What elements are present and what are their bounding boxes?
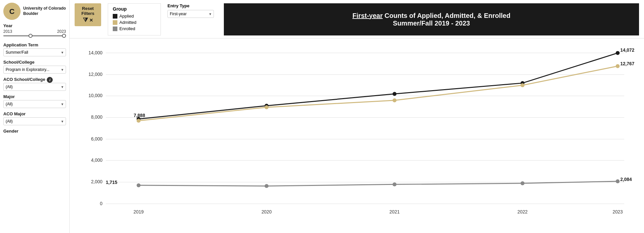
chart-title-line2: Summer/Fall 2019 - 2023: [353, 20, 510, 27]
aco-major-select-wrapper: (All) ▼: [3, 117, 66, 125]
reset-filters-button[interactable]: ResetFilters ⧩ ✕: [75, 3, 101, 26]
aco-school-select-wrapper: (All) ▼: [3, 83, 66, 91]
year-min: 2013: [3, 29, 12, 34]
applied-swatch: [113, 14, 117, 19]
logo-area: C University of Colorado Boulder: [3, 3, 66, 20]
university-name: University of Colorado Boulder: [23, 6, 66, 16]
topbar: ResetFilters ⧩ ✕ Group Applied Admitted: [70, 0, 644, 38]
entry-type-box: Entry Type First-year Transfer ▼: [167, 3, 214, 18]
x-label-2022: 2022: [517, 209, 528, 214]
group-legend: Group Applied Admitted Enrolled: [108, 3, 161, 35]
year-slider-left-thumb[interactable]: [29, 34, 32, 38]
app-term-select-wrapper: Summer/Fall Fall Spring ▼: [3, 48, 66, 56]
admitted-end-label: 12,767: [620, 61, 635, 66]
year-label: Year: [3, 23, 66, 28]
svg-text:8,000: 8,000: [91, 115, 102, 120]
group-admitted-item: Admitted: [113, 20, 156, 25]
applied-end-label: 14,072: [620, 47, 635, 53]
applied-start-label: 7,888: [134, 113, 145, 118]
year-slider-right-thumb[interactable]: [62, 34, 66, 38]
major-select[interactable]: (All): [3, 100, 66, 108]
chart-title-block: First-year Counts of Applied, Admitted, …: [224, 3, 639, 35]
group-admitted-label: Admitted: [119, 20, 136, 25]
gender-label: Gender: [3, 129, 66, 134]
svg-text:10,000: 10,000: [89, 93, 103, 98]
chart-svg: 0 2,000 4,000 6,000 8,000 10,000 12,000 …: [73, 43, 637, 226]
x-label-2019: 2019: [134, 209, 144, 214]
svg-text:12,000: 12,000: [89, 72, 103, 77]
applied-dot-2023: [616, 51, 620, 55]
aco-major-filter: ACO Major (All) ▼: [3, 111, 66, 125]
gender-filter: Gender: [3, 129, 66, 135]
reset-filters-label: ResetFilters: [81, 6, 94, 16]
major-select-wrapper: (All) ▼: [3, 100, 66, 108]
main-content: ResetFilters ⧩ ✕ Group Applied Admitted: [70, 0, 644, 233]
chart-title-rest: Counts of Applied, Admitted, & Enrolled: [383, 12, 510, 19]
svg-text:2,000: 2,000: [91, 179, 102, 184]
x-label-2023: 2023: [612, 209, 623, 214]
school-college-select[interactable]: Program in Exploratory... (All): [3, 66, 66, 74]
chart-body: 0 2,000 4,000 6,000 8,000 10,000 12,000 …: [70, 38, 644, 233]
app-term-filter: Application Term Summer/Fall Fall Spring…: [3, 42, 66, 56]
group-applied-item: Applied: [113, 14, 156, 19]
major-filter: Major (All) ▼: [3, 94, 66, 108]
group-applied-label: Applied: [119, 14, 134, 19]
enrolled-end-label: 2,084: [620, 177, 632, 182]
school-college-filter: School/College Program in Exploratory...…: [3, 60, 66, 74]
group-enrolled-item: Enrolled: [113, 26, 156, 31]
sidebar: C University of Colorado Boulder Year 20…: [0, 0, 70, 233]
aco-school-select[interactable]: (All): [3, 83, 66, 91]
university-logo: C: [3, 3, 21, 20]
applied-dot-2021: [393, 92, 397, 96]
admitted-line: [139, 66, 618, 121]
svg-text:0: 0: [100, 201, 102, 206]
school-college-select-wrapper: Program in Exploratory... (All) ▼: [3, 66, 66, 74]
admitted-swatch: [113, 20, 117, 25]
enrolled-dot-2019: [137, 183, 141, 187]
entry-type-label: Entry Type: [167, 3, 214, 8]
entry-type-select-wrapper: First-year Transfer ▼: [167, 10, 214, 18]
x-label-2020: 2020: [261, 209, 272, 214]
year-max: 2023: [57, 29, 66, 34]
svg-text:C: C: [9, 7, 15, 16]
svg-text:6,000: 6,000: [91, 136, 102, 142]
aco-school-filter: ACO School/College i (All) ▼: [3, 77, 66, 91]
svg-text:4,000: 4,000: [91, 157, 102, 163]
group-enrolled-label: Enrolled: [119, 26, 135, 31]
group-title: Group: [113, 6, 156, 12]
enrolled-dot-2022: [521, 181, 525, 185]
enrolled-swatch: [113, 27, 117, 31]
app-term-select[interactable]: Summer/Fall Fall Spring: [3, 48, 66, 56]
admitted-dot-2019: [137, 119, 141, 123]
aco-school-info-icon[interactable]: i: [47, 77, 53, 83]
enrolled-dot-2021: [393, 182, 397, 186]
svg-text:14,000: 14,000: [89, 50, 103, 55]
aco-school-label: ACO School/College: [3, 77, 45, 82]
school-college-label: School/College: [3, 60, 66, 65]
admitted-dot-2020: [265, 105, 269, 109]
enrolled-dot-2020: [265, 184, 269, 188]
funnel-icon: ⧩: [83, 17, 88, 24]
aco-major-label: ACO Major: [3, 111, 66, 116]
entry-type-select[interactable]: First-year Transfer: [167, 10, 214, 18]
x-icon: ✕: [89, 18, 93, 23]
admitted-dot-2022: [521, 83, 525, 87]
admitted-dot-2021: [393, 98, 397, 102]
admitted-dot-2023: [616, 64, 620, 68]
year-slider-track[interactable]: [3, 35, 66, 36]
chart-title-line1: First-year Counts of Applied, Admitted, …: [353, 12, 510, 20]
applied-line: [139, 53, 618, 119]
chart-title-underline: First-year: [353, 12, 383, 19]
major-label: Major: [3, 94, 66, 99]
year-filter: Year 2013 2023: [3, 23, 66, 39]
enrolled-start-label: 1,715: [106, 180, 117, 185]
enrolled-dot-2023: [616, 179, 620, 183]
x-label-2021: 2021: [389, 209, 400, 214]
app-term-label: Application Term: [3, 42, 66, 47]
aco-major-select[interactable]: (All): [3, 117, 66, 125]
